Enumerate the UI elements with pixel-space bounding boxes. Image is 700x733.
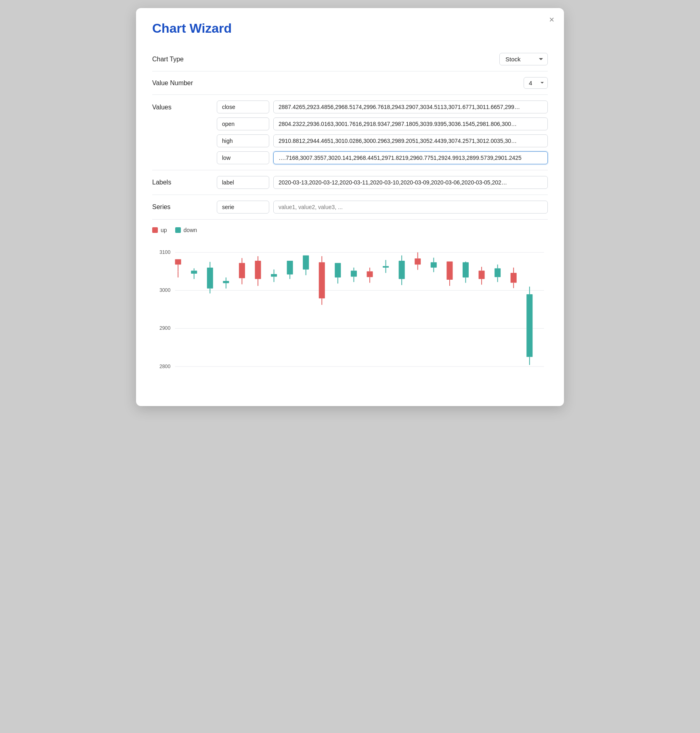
svg-rect-32 <box>319 262 325 299</box>
value-number-control: 1 2 3 4 <box>524 77 548 89</box>
stock-chart: 3100 3000 2900 2800 <box>152 237 548 390</box>
chart-svg: 3100 3000 2900 2800 <box>152 237 548 390</box>
svg-rect-47 <box>399 261 405 279</box>
svg-rect-41 <box>367 271 373 277</box>
svg-rect-5 <box>175 259 181 264</box>
candle-16 <box>415 252 421 270</box>
candle-21 <box>495 264 501 282</box>
svg-rect-29 <box>303 256 309 270</box>
labels-section: Labels <box>152 170 548 195</box>
series-label: Series <box>152 203 217 211</box>
value-row-low <box>217 151 548 164</box>
legend-down-label: down <box>184 227 197 233</box>
value-number-row: Value Number 1 2 3 4 <box>152 71 548 95</box>
field-data-high[interactable] <box>273 134 548 147</box>
legend-down-color <box>175 227 181 233</box>
value-number-select[interactable]: 1 2 3 4 <box>524 77 548 89</box>
candle-11 <box>335 263 341 284</box>
candle-19 <box>463 262 469 283</box>
svg-rect-20 <box>255 261 261 279</box>
candle-23 <box>526 287 532 365</box>
legend-up-color <box>152 227 158 233</box>
labels-row <box>217 176 548 189</box>
y-label-2800: 2800 <box>159 364 170 369</box>
candle-8 <box>287 261 293 279</box>
values-section: Values <box>152 95 548 170</box>
field-name-high[interactable] <box>217 134 269 147</box>
series-row <box>217 201 548 214</box>
value-number-label: Value Number <box>152 80 217 87</box>
candle-1 <box>175 259 181 277</box>
field-data-open[interactable] <box>273 117 548 130</box>
field-name-close[interactable] <box>217 101 269 113</box>
svg-rect-56 <box>446 262 453 280</box>
svg-rect-11 <box>207 268 213 289</box>
value-row-high <box>217 134 548 147</box>
candle-3 <box>207 262 213 293</box>
chart-type-row: Chart Type Stock Line Bar Pie <box>152 47 548 71</box>
y-label-2900: 2900 <box>159 325 170 331</box>
series-name-input[interactable] <box>217 201 269 214</box>
y-label-3100: 3100 <box>159 249 170 255</box>
svg-rect-14 <box>223 281 229 283</box>
value-row-close <box>217 101 548 113</box>
legend-up-label: up <box>161 227 167 233</box>
candle-18 <box>446 262 453 286</box>
chart-type-select[interactable]: Stock Line Bar Pie <box>499 53 548 65</box>
labels-data-input[interactable] <box>273 176 548 189</box>
chart-wizard-dialog: × Chart Wizard Chart Type Stock Line Bar… <box>136 8 564 406</box>
legend-item-up: up <box>152 227 167 233</box>
svg-rect-68 <box>511 273 517 283</box>
svg-rect-38 <box>351 270 357 276</box>
field-name-low[interactable] <box>217 151 269 164</box>
svg-rect-8 <box>191 270 197 274</box>
series-section: Series <box>152 195 548 220</box>
candle-15 <box>399 256 405 285</box>
field-data-low[interactable] <box>273 151 548 164</box>
candle-4 <box>223 277 229 288</box>
chart-type-label: Chart Type <box>152 56 217 63</box>
svg-rect-44 <box>383 266 389 268</box>
dialog-title: Chart Wizard <box>152 21 548 36</box>
series-data-input[interactable] <box>273 201 548 214</box>
labels-label: Labels <box>152 179 217 186</box>
candle-6 <box>255 256 261 286</box>
candle-5 <box>239 258 245 284</box>
chart-type-control: Stock Line Bar Pie <box>499 53 548 65</box>
svg-rect-23 <box>271 274 277 277</box>
candle-2 <box>191 268 197 279</box>
svg-rect-62 <box>479 270 485 279</box>
candle-7 <box>271 270 277 282</box>
candle-14 <box>383 260 389 273</box>
svg-rect-71 <box>526 294 532 357</box>
svg-rect-65 <box>495 268 501 277</box>
svg-rect-50 <box>415 258 421 264</box>
field-name-open[interactable] <box>217 117 269 130</box>
candle-13 <box>367 268 373 283</box>
candle-10 <box>319 256 325 305</box>
y-label-3000: 3000 <box>159 287 170 293</box>
value-row-open <box>217 117 548 130</box>
values-label: Values <box>152 101 217 111</box>
svg-rect-59 <box>463 262 469 278</box>
labels-name-input[interactable] <box>217 176 269 189</box>
candle-20 <box>479 267 485 285</box>
svg-rect-26 <box>287 261 293 274</box>
svg-rect-53 <box>431 262 437 268</box>
legend-item-down: down <box>175 227 197 233</box>
candle-17 <box>431 258 437 272</box>
candle-12 <box>351 268 357 282</box>
svg-rect-17 <box>239 263 245 279</box>
candle-22 <box>511 268 517 288</box>
close-button[interactable]: × <box>549 15 554 24</box>
chart-legend: up down <box>152 227 548 233</box>
candle-9 <box>303 256 309 275</box>
svg-rect-35 <box>335 263 341 278</box>
field-data-close[interactable] <box>273 101 548 113</box>
values-rows <box>217 101 548 164</box>
